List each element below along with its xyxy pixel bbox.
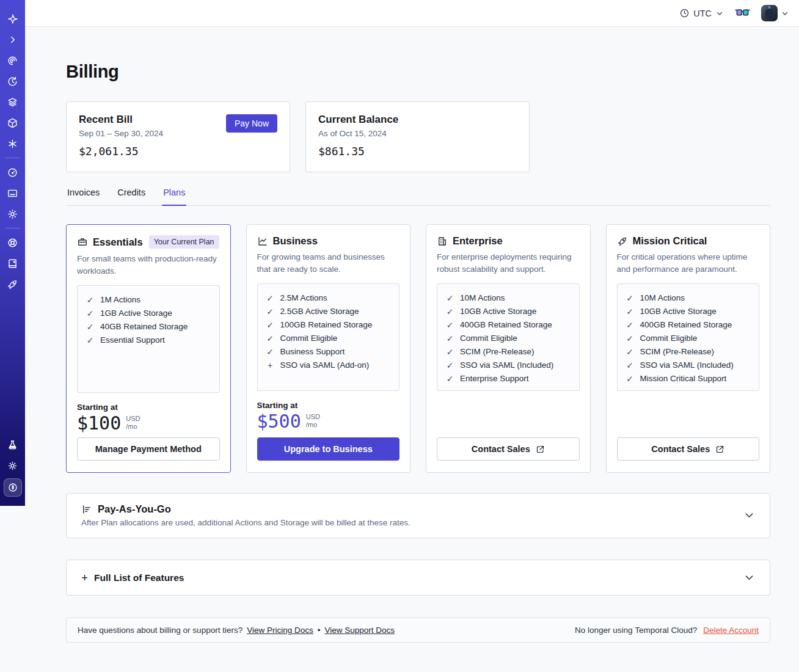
layers-icon[interactable] (2, 92, 23, 112)
check-icon: ✓ (626, 332, 634, 345)
feature-text: 2.5GB Active Storage (280, 305, 359, 318)
feature-text: 10GB Active Storage (460, 305, 536, 318)
delete-account-link[interactable]: Delete Account (703, 626, 759, 635)
building-icon (437, 236, 448, 247)
feature-text: SCIM (Pre-Release) (460, 345, 534, 359)
bullet-separator: • (318, 626, 321, 635)
plan-card-essentials: Essentials Your Current Plan For small t… (66, 224, 231, 473)
plan-description: For critical operations where uptime and… (617, 251, 760, 276)
check-icon: ✓ (626, 291, 634, 305)
labs-flask-icon[interactable] (2, 434, 23, 455)
check-icon: ✓ (446, 291, 454, 305)
footer-bar: Have questions about billing or support … (66, 618, 770, 643)
feature-text: 2.5M Actions (280, 291, 327, 305)
contact-sales-button[interactable]: Contact Sales (617, 437, 760, 461)
feature-text: 1M Actions (100, 293, 140, 307)
feature-text: 10M Actions (640, 291, 685, 305)
expand-chevron-right-icon[interactable] (2, 29, 23, 50)
feature-box: ✓2.5M Actions ✓2.5GB Active Storage ✓100… (257, 283, 400, 391)
check-icon: ✓ (266, 332, 274, 345)
current-balance-asof: As of Oct 15, 2024 (318, 129, 517, 138)
plan-name: Mission Critical (633, 235, 707, 247)
external-link-icon (536, 445, 545, 454)
check-icon: ✓ (446, 332, 454, 345)
usage-gauge-icon[interactable] (2, 162, 23, 183)
feature-text: 1GB Active Storage (100, 307, 172, 320)
payg-description: After Plan allocations are used, additio… (81, 518, 410, 527)
feature-text: 40GB Retained Storage (100, 320, 188, 334)
feature-text: SCIM (Pre-Release) (640, 345, 715, 359)
check-icon: ✓ (266, 318, 274, 332)
tab-credits[interactable]: Credits (116, 188, 147, 205)
user-menu[interactable] (761, 5, 789, 21)
chevron-down-icon (743, 572, 755, 583)
check-icon: ✓ (446, 318, 454, 332)
contact-sales-button[interactable]: Contact Sales (437, 437, 580, 461)
check-icon: ✓ (626, 305, 634, 318)
cube-icon[interactable] (2, 112, 23, 133)
check-icon: ✓ (86, 334, 94, 347)
nexus-asterisk-icon[interactable] (2, 133, 23, 154)
view-pricing-docs-link[interactable]: View Pricing Docs (247, 626, 313, 635)
upgrade-to-business-button[interactable]: Upgrade to Business (257, 437, 400, 461)
docs-book-icon[interactable] (2, 253, 23, 274)
check-icon: ✓ (86, 293, 94, 307)
plus-icon: + (81, 572, 88, 583)
check-icon: ✓ (446, 345, 454, 359)
feature-box: ✓10M Actions ✓10GB Active Storage ✓400GB… (617, 283, 760, 391)
period: /mo (126, 423, 140, 431)
tab-invoices[interactable]: Invoices (66, 188, 101, 205)
feature-text: 10GB Active Storage (640, 305, 717, 318)
price-unit: USD /mo (126, 413, 140, 431)
recent-bill-card: Recent Bill Sep 01 – Sep 30, 2024 $2,061… (66, 101, 290, 172)
price-block: Starting at $100 USD /mo (77, 403, 220, 434)
tab-plans[interactable]: Plans (162, 188, 186, 205)
chevron-down-icon (781, 9, 789, 18)
rocket-icon (617, 236, 628, 247)
plan-description: For enterprise deployments requiring rob… (437, 251, 580, 276)
full-features-accordion[interactable]: + Full List of Features (66, 560, 770, 596)
currency: USD (306, 413, 320, 421)
check-icon: ✓ (626, 372, 634, 385)
toolbox-icon (77, 236, 88, 247)
current-plan-badge: Your Current Plan (149, 235, 219, 249)
currency: USD (126, 415, 140, 423)
check-icon: ✓ (626, 345, 634, 359)
price-amount: $100 (77, 413, 121, 434)
check-icon: ✓ (446, 372, 454, 385)
invoices-card-icon[interactable] (2, 183, 23, 203)
contact-sales-label: Contact Sales (472, 444, 530, 454)
period: /mo (306, 421, 320, 429)
namespaces-icon[interactable] (2, 50, 23, 71)
support-lifering-icon[interactable] (2, 232, 23, 253)
summary-row: Recent Bill Sep 01 – Sep 30, 2024 $2,061… (66, 101, 770, 172)
theme-sun-icon[interactable] (2, 455, 23, 476)
schedules-icon[interactable] (2, 71, 23, 92)
check-icon: ✓ (446, 359, 454, 372)
footer-question: Have questions about billing or support … (78, 626, 243, 635)
settings-gear-icon[interactable] (2, 203, 23, 224)
getting-started-rocket-icon[interactable] (2, 274, 23, 294)
payg-title: Pay-As-You-Go (98, 503, 171, 515)
payg-accordion[interactable]: Pay-As-You-Go After Plan allocations are… (66, 493, 770, 538)
feedback-glasses-icon[interactable] (735, 9, 750, 18)
feature-text: Business Support (280, 345, 345, 359)
chevron-down-icon (715, 9, 724, 18)
check-icon: ✓ (626, 318, 634, 332)
plan-description: For growing teams and businesses that ar… (257, 251, 400, 276)
feature-text: 100GB Retained Storage (280, 318, 373, 332)
billing-dollar-icon[interactable] (4, 478, 22, 497)
timezone-label: UTC (693, 9, 712, 18)
pay-now-button[interactable]: Pay Now (226, 114, 277, 133)
page-title: Billing (66, 62, 770, 82)
price-label: Starting at (257, 401, 400, 410)
temporal-logo-icon[interactable] (2, 9, 23, 29)
manage-payment-method-button[interactable]: Manage Payment Method (77, 437, 220, 461)
avatar (761, 5, 778, 21)
view-support-docs-link[interactable]: View Support Docs (324, 626, 395, 635)
billing-tabs: Invoices Credits Plans (66, 188, 770, 206)
timezone-picker[interactable]: UTC (679, 8, 724, 18)
feature-text: SSO via SAML (Add-on) (280, 359, 370, 372)
feature-box: ✓1M Actions ✓1GB Active Storage ✓40GB Re… (77, 285, 220, 393)
billing-page: Billing Recent Bill Sep 01 – Sep 30, 202… (25, 27, 799, 672)
